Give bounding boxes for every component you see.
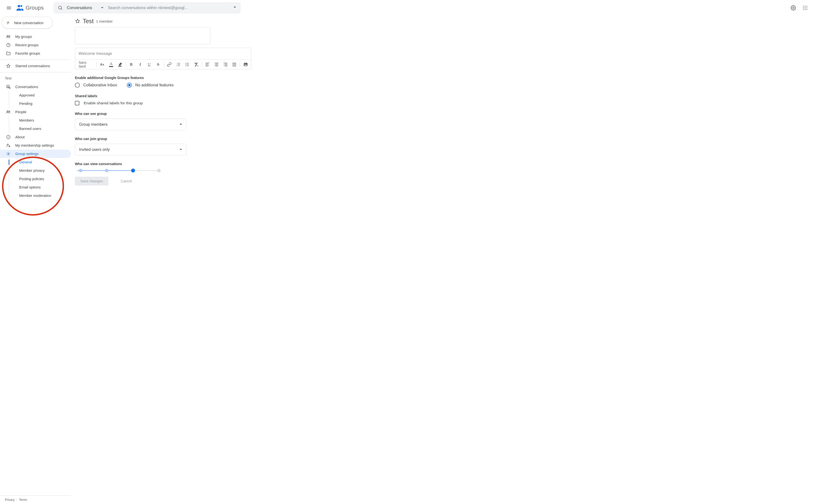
svg-point-5 (805, 6, 805, 7)
ordered-list-button[interactable]: 123 (174, 60, 182, 69)
insert-image-button[interactable] (242, 60, 250, 69)
sidebar-item-group-settings[interactable]: Group settings (0, 150, 71, 158)
unordered-list-button[interactable] (183, 60, 191, 69)
shared-labels-label: Enable shared labels for this group (84, 101, 143, 105)
chevron-down-icon (101, 7, 103, 10)
align-justify-button[interactable] (230, 60, 238, 69)
search-icon (58, 5, 63, 11)
sidebar-item-recent-groups[interactable]: Recent groups (0, 41, 71, 49)
svg-point-22 (8, 153, 9, 155)
svg-point-3 (793, 7, 794, 9)
clear-format-icon (194, 62, 199, 67)
sidebar-sub-email-options[interactable]: Email options (0, 183, 71, 191)
nav-group: Conversations Approved Pending People Me… (0, 82, 71, 200)
sidebar-sub-label: Members (19, 118, 34, 122)
search-options-button[interactable] (231, 7, 239, 9)
sidebar-item-favorite-groups[interactable]: Favorite groups (0, 49, 71, 58)
footer-links: Privacy · Terms (0, 495, 71, 504)
sidebar-sub-label: General (19, 160, 32, 164)
cancel-button[interactable]: Cancel (115, 177, 137, 186)
text-color-button[interactable]: A (107, 60, 115, 69)
apps-button[interactable] (800, 3, 810, 13)
sidebar-sub-general[interactable]: General (0, 158, 71, 166)
underline-button[interactable]: U (145, 60, 153, 69)
save-changes-button[interactable]: Save changes (75, 177, 108, 186)
sidebar-item-label: People (15, 110, 26, 114)
who-can-see-dropdown[interactable]: Group members (75, 119, 186, 130)
topbar-right (788, 3, 810, 13)
clear-formatting-button[interactable] (192, 60, 200, 69)
shared-labels-checkbox[interactable] (75, 101, 79, 105)
who-can-see-label: Who can see group (75, 112, 814, 116)
new-conversation-button[interactable]: New conversation (1, 17, 53, 29)
sidebar-item-label: Starred conversations (15, 64, 50, 68)
clock-icon (6, 43, 11, 47)
settings-button[interactable] (788, 3, 798, 13)
sidebar-item-about[interactable]: About (0, 133, 71, 141)
sidebar-sub-pending[interactable]: Pending (0, 99, 71, 108)
sidebar-item-conversations[interactable]: Conversations (0, 83, 71, 91)
align-center-icon (214, 62, 219, 67)
svg-point-2 (59, 6, 62, 9)
footer-privacy-link[interactable]: Privacy (5, 498, 15, 502)
sidebar-sub-member-moderation[interactable]: Member moderation (0, 191, 71, 200)
folder-star-icon (6, 51, 11, 56)
italic-button[interactable]: I (136, 60, 144, 69)
align-center-button[interactable] (213, 60, 220, 69)
bold-icon: B (130, 62, 132, 67)
svg-point-6 (806, 6, 807, 7)
shared-labels-header: Shared labels (75, 94, 814, 98)
sidebar-sub-banned[interactable]: Banned users (0, 125, 71, 133)
chevron-down-icon (179, 124, 182, 126)
toolbar-separator (240, 62, 240, 67)
search-input[interactable] (106, 6, 231, 10)
search-icon-button[interactable] (55, 5, 65, 11)
sidebar-item-my-groups[interactable]: My groups (0, 32, 71, 41)
who-can-view-label: Who can view conversations (75, 162, 814, 166)
sidebar-sub-posting-policies[interactable]: Posting policies (0, 175, 71, 183)
strikethrough-button[interactable]: S (154, 60, 162, 69)
star-group-button[interactable] (75, 18, 80, 24)
slider-thumb[interactable] (131, 169, 135, 173)
link-button[interactable] (165, 60, 173, 69)
font-size-button[interactable] (98, 60, 106, 69)
search-scope-label: Conversations (67, 6, 92, 10)
features-label: Enable additional Google Groups features (75, 76, 814, 80)
align-left-button[interactable] (204, 60, 212, 69)
slider-stop (157, 169, 161, 172)
sidebar-item-starred[interactable]: Starred conversations (0, 62, 71, 70)
footer-terms-link[interactable]: Terms (19, 498, 27, 502)
new-conversation-label: New conversation (14, 21, 43, 25)
dropdown-value: Invited users only (79, 147, 110, 152)
sidebar-item-people[interactable]: People (0, 108, 71, 116)
person-gear-icon (6, 143, 11, 148)
radio-no-additional-features[interactable]: No additional features (127, 83, 174, 88)
welcome-block: Welcome message Sans Serif A B I U S 123 (75, 48, 251, 69)
font-family-dropdown[interactable]: Sans Serif (77, 61, 95, 68)
svg-point-14 (9, 35, 10, 36)
highlight-color-button[interactable] (116, 60, 124, 69)
sidebar-sub-approved[interactable]: Approved (0, 91, 71, 99)
svg-point-13 (7, 35, 8, 37)
welcome-message-input[interactable]: Welcome message (75, 48, 251, 60)
toolbar-separator (202, 62, 202, 67)
who-can-view-slider[interactable] (75, 169, 161, 172)
bold-button[interactable]: B (127, 60, 135, 69)
main-menu-button[interactable] (4, 3, 14, 13)
sidebar-item-membership-settings[interactable]: My membership settings (0, 141, 71, 150)
page-head: Test 1 member (75, 18, 814, 25)
who-can-join-label: Who can join group (75, 137, 814, 141)
align-right-button[interactable] (222, 60, 230, 69)
description-box[interactable] (75, 27, 211, 44)
conversation-icon (6, 84, 11, 89)
radio-collaborative-inbox[interactable]: Collaborative Inbox (75, 83, 117, 88)
who-can-join-dropdown[interactable]: Invited users only (75, 144, 186, 156)
plus-icon (5, 20, 11, 25)
brand[interactable]: Groups (16, 4, 44, 12)
sidebar-item-label: My membership settings (15, 143, 54, 147)
radio-label: No additional features (135, 83, 174, 87)
sidebar-sub-members[interactable]: Members (0, 116, 71, 125)
gear-icon (791, 5, 796, 11)
search-scope-dropdown[interactable]: Conversations (65, 6, 106, 10)
sidebar-sub-member-privacy[interactable]: Member privacy (0, 166, 71, 175)
